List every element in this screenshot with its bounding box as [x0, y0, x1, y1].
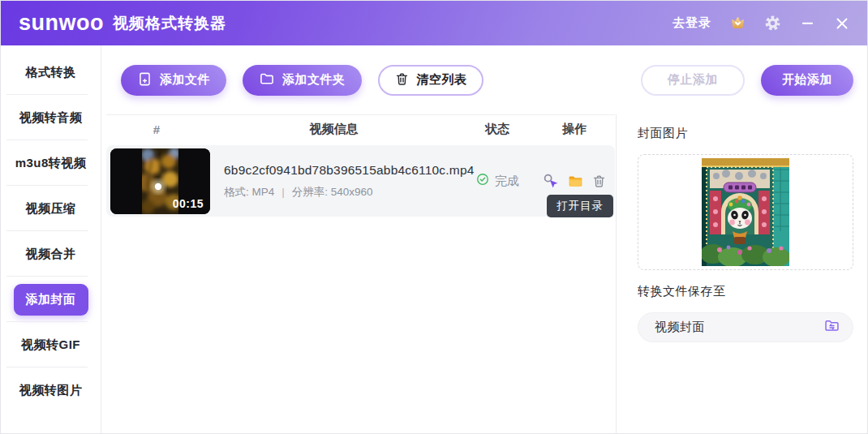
start-add-button[interactable]: 开始添加: [761, 65, 853, 96]
save-to-label: 转换文件保存至: [638, 284, 853, 299]
trash-icon: [394, 71, 410, 89]
folder-transfer-icon[interactable]: [823, 317, 840, 337]
toolbar: 添加文件 添加文件夹: [101, 45, 867, 114]
operations-cell: [534, 173, 615, 190]
save-path-field[interactable]: 视频封面: [638, 312, 853, 342]
open-folder-icon[interactable]: [567, 173, 584, 190]
table-header: # 视频信息 状态 操作: [106, 114, 615, 144]
add-file-button[interactable]: 添加文件: [121, 65, 226, 96]
sidebar-item-video-to-image[interactable]: 视频转图片: [1, 367, 101, 413]
status-badge: 完成: [495, 174, 519, 189]
cover-panel: 封面图片: [616, 114, 867, 434]
video-resolution: 分辨率: 540x960: [292, 186, 373, 198]
cover-image-preview: [702, 158, 789, 266]
cover-image-label: 封面图片: [638, 126, 853, 141]
video-format: 格式: MP4: [224, 186, 274, 198]
column-operations: 操作: [534, 122, 615, 137]
vip-crown-icon[interactable]: [728, 14, 747, 32]
app-window: sunwoo 视频格式转换器 去登录: [0, 0, 868, 434]
video-meta: 格式: MP4|分辨率: 540x960: [224, 185, 461, 200]
clear-list-button[interactable]: 清空列表: [378, 65, 483, 96]
sidebar-item-format-convert[interactable]: 格式转换: [1, 49, 101, 95]
add-folder-button[interactable]: 添加文件夹: [243, 65, 362, 96]
video-info: 6b9c2cf0941bd78b396515abb4c6110c.mp4 格式:…: [224, 163, 461, 200]
titlebar-actions: 去登录: [672, 14, 851, 32]
sidebar-item-video-compress[interactable]: 视频压缩: [1, 186, 101, 231]
add-folder-icon: [259, 71, 275, 89]
video-duration: 00:15: [173, 197, 204, 210]
titlebar: sunwoo 视频格式转换器 去登录: [1, 1, 867, 45]
table-row[interactable]: 00:15 6b9c2cf0941bd78b396515abb4c6110c.m…: [106, 145, 615, 217]
file-list-area: # 视频信息 状态 操作: [101, 114, 616, 434]
main-area: 添加文件 添加文件夹: [101, 45, 867, 434]
stop-add-button[interactable]: 停止添加: [641, 65, 745, 96]
brand-logo: sunwoo: [19, 12, 104, 34]
app-title: 视频格式转换器: [113, 13, 226, 34]
column-video-info: 视频信息: [207, 122, 461, 137]
add-file-icon: [137, 71, 153, 89]
cover-image-dropzone[interactable]: [638, 154, 853, 270]
cursor-click-icon[interactable]: [543, 173, 560, 190]
save-path-value: 视频封面: [655, 320, 823, 335]
close-icon[interactable]: [833, 15, 851, 32]
sidebar: 格式转换 视频转音频 m3u8转视频 视频压缩 视频合并 添加封面 视频转GIF…: [1, 45, 101, 434]
video-filename: 6b9c2cf0941bd78b396515abb4c6110c.mp4: [224, 163, 461, 178]
delete-trash-icon[interactable]: [591, 174, 607, 189]
check-circle-icon: [475, 172, 490, 190]
sidebar-item-video-merge[interactable]: 视频合并: [1, 231, 101, 277]
sidebar-item-m3u8-to-video[interactable]: m3u8转视频: [1, 140, 101, 186]
video-thumbnail[interactable]: 00:15: [110, 148, 210, 214]
sidebar-item-video-to-gif[interactable]: 视频转GIF: [1, 322, 101, 367]
login-link[interactable]: 去登录: [672, 15, 711, 31]
minimize-icon[interactable]: [798, 15, 816, 32]
status-cell: 完成: [461, 172, 534, 190]
open-directory-tooltip: 打开目录: [547, 195, 613, 217]
sidebar-item-add-cover[interactable]: 添加封面: [1, 277, 101, 322]
sidebar-item-video-to-audio[interactable]: 视频转音频: [1, 95, 101, 140]
column-status: 状态: [461, 122, 534, 137]
settings-gear-icon[interactable]: [764, 15, 781, 32]
column-index: #: [106, 122, 207, 136]
